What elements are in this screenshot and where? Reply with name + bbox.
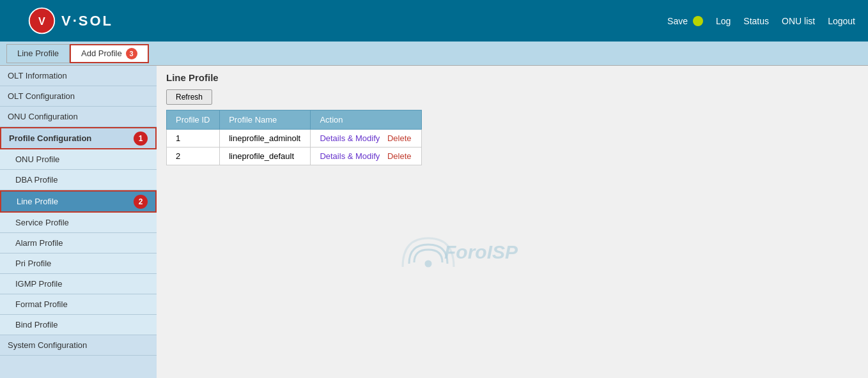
col-profile-id: Profile ID bbox=[167, 110, 220, 130]
vsol-logo: V V·SOL bbox=[13, 3, 128, 38]
badge1: 1 bbox=[134, 132, 148, 146]
row2-delete[interactable]: Delete bbox=[387, 151, 412, 161]
row2-actions: Details & Modify Delete bbox=[311, 147, 422, 165]
sidebar-item-pri-profile[interactable]: Pri Profile bbox=[0, 253, 157, 274]
logo-text: V·SOL bbox=[61, 13, 113, 29]
sidebar: OLT Information OLT Configuration ONU Co… bbox=[0, 66, 157, 378]
sidebar-item-olt-configuration[interactable]: OLT Configuration bbox=[0, 86, 157, 107]
save-label: Save bbox=[667, 16, 703, 26]
tab-badge: 3 bbox=[126, 48, 137, 59]
sidebar-item-onu-configuration[interactable]: ONU Configuration bbox=[0, 107, 157, 127]
tab-line-profile[interactable]: Line Profile bbox=[6, 44, 70, 63]
table-row: 2 lineprofile_default Details & Modify D… bbox=[167, 147, 422, 165]
row2-details-modify[interactable]: Details & Modify bbox=[320, 151, 380, 161]
sidebar-item-service-profile[interactable]: Service Profile bbox=[0, 213, 157, 233]
sidebar-item-line-profile[interactable]: Line Profile 2 bbox=[0, 190, 157, 213]
sidebar-item-system-configuration[interactable]: System Configuration bbox=[0, 335, 157, 356]
content-area: Line Profile Refresh Profile ID Profile … bbox=[157, 66, 868, 378]
log-link[interactable]: Log bbox=[716, 16, 731, 26]
vsol-icon: V bbox=[27, 6, 56, 35]
refresh-button[interactable]: Refresh bbox=[166, 89, 212, 105]
row1-id: 1 bbox=[167, 130, 220, 147]
row1-name: lineprofile_adminolt bbox=[220, 130, 311, 147]
tab-add-profile[interactable]: Add Profile 3 bbox=[70, 44, 149, 63]
row2-id: 2 bbox=[167, 147, 220, 165]
header: V V·SOL Save Log Status ONU list Logout bbox=[0, 0, 868, 42]
sidebar-item-profile-configuration[interactable]: Profile Configuration 1 bbox=[0, 127, 157, 149]
sidebar-item-alarm-profile[interactable]: Alarm Profile bbox=[0, 233, 157, 253]
tabs-bar: Line Profile Add Profile 3 bbox=[0, 42, 868, 66]
header-right: Save Log Status ONU list Logout bbox=[667, 16, 855, 26]
row1-details-modify[interactable]: Details & Modify bbox=[320, 133, 380, 143]
sidebar-item-onu-profile[interactable]: ONU Profile bbox=[0, 149, 157, 170]
logout-link[interactable]: Logout bbox=[828, 16, 855, 26]
table-row: 1 lineprofile_adminolt Details & Modify … bbox=[167, 130, 422, 147]
col-profile-name: Profile Name bbox=[220, 110, 311, 130]
svg-text:V: V bbox=[38, 15, 45, 27]
row1-actions: Details & Modify Delete bbox=[311, 130, 422, 147]
watermark: ForoISP bbox=[384, 225, 524, 278]
sidebar-item-bind-profile[interactable]: Bind Profile bbox=[0, 315, 157, 335]
profile-table: Profile ID Profile Name Action 1 linepro… bbox=[166, 110, 422, 165]
col-action: Action bbox=[311, 110, 422, 130]
sidebar-item-format-profile[interactable]: Format Profile bbox=[0, 294, 157, 315]
logo-area: V V·SOL bbox=[13, 3, 128, 38]
sidebar-item-olt-information[interactable]: OLT Information bbox=[0, 66, 157, 86]
row2-name: lineprofile_default bbox=[220, 147, 311, 165]
onu-list-link[interactable]: ONU list bbox=[782, 16, 815, 26]
row1-delete[interactable]: Delete bbox=[387, 133, 412, 143]
sidebar-item-dba-profile[interactable]: DBA Profile bbox=[0, 170, 157, 190]
svg-point-2 bbox=[426, 261, 431, 266]
page-title: Line Profile bbox=[166, 72, 858, 83]
badge2: 2 bbox=[134, 195, 148, 209]
main-layout: OLT Information OLT Configuration ONU Co… bbox=[0, 66, 868, 378]
status-dot bbox=[693, 16, 703, 26]
svg-text:ForoISP: ForoISP bbox=[444, 241, 518, 262]
sidebar-item-igmp-profile[interactable]: IGMP Profile bbox=[0, 274, 157, 294]
status-link[interactable]: Status bbox=[743, 16, 769, 26]
